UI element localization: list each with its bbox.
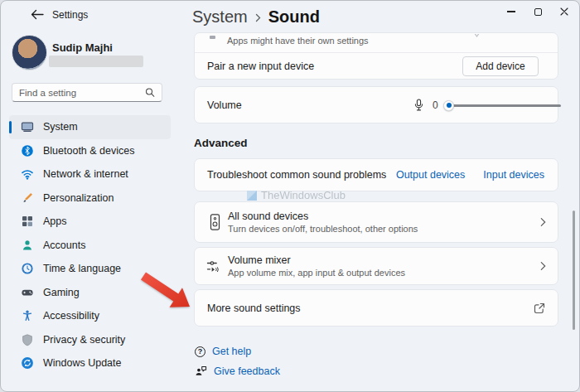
- get-help-label: Get help: [212, 346, 251, 357]
- chevron-right-icon: [540, 217, 546, 227]
- sidebar-item-apps[interactable]: Apps: [9, 210, 171, 234]
- row-title: Volume mixer: [228, 254, 405, 266]
- output-devices-link[interactable]: Output devices: [396, 169, 465, 181]
- settings-window: Settings Sudip Majhi System Bluetooth & …: [0, 0, 580, 392]
- microphone-icon: [413, 98, 426, 113]
- user-email-blurred: [49, 56, 143, 67]
- selected-accent-bar: [9, 121, 12, 133]
- volume-card: Volume 0: [194, 86, 558, 123]
- watermark-text: TheWindowsClub: [261, 189, 346, 201]
- avatar[interactable]: [12, 35, 47, 70]
- pair-device-label: Pair a new input device: [207, 60, 314, 72]
- search-input[interactable]: [19, 88, 145, 98]
- search-icon: [145, 87, 155, 98]
- watermark: TheWindowsClub: [247, 189, 346, 201]
- sidebar-item-system[interactable]: System: [9, 115, 171, 139]
- sidebar-item-accessibility[interactable]: Accessibility: [9, 304, 171, 328]
- search-box[interactable]: [12, 83, 162, 102]
- maximize-icon: [534, 8, 542, 16]
- volume-label: Volume: [207, 99, 242, 111]
- sidebar-item-gaming[interactable]: Gaming: [9, 281, 171, 305]
- personalization-icon: [21, 191, 34, 205]
- input-devices-card: Apps might have their own settings Pair …: [194, 32, 558, 80]
- page-title: Sound: [268, 7, 320, 27]
- thewindowsclub-logo-icon: [247, 191, 257, 201]
- apps-icon: [21, 215, 34, 228]
- sidebar-item-label: Network & internet: [43, 168, 128, 180]
- input-devices-link[interactable]: Input devices: [483, 169, 544, 181]
- volume-mixer-row[interactable]: Volume mixer App volume mix, app input &…: [194, 247, 558, 285]
- windows-update-icon: [21, 356, 34, 370]
- app-title: Settings: [52, 9, 88, 21]
- sidebar-item-label: Gaming: [43, 287, 80, 298]
- sidebar-item-personalization[interactable]: Personalization: [9, 186, 171, 211]
- clipped-chevron-down-icon: [473, 34, 481, 38]
- troubleshoot-label: Troubleshoot common sound problems: [207, 169, 386, 181]
- external-link-icon: [534, 302, 545, 314]
- volume-slider[interactable]: [443, 97, 561, 114]
- more-sound-settings-row[interactable]: More sound settings: [194, 289, 558, 327]
- breadcrumb-parent[interactable]: System: [192, 7, 248, 27]
- slider-thumb[interactable]: [443, 100, 454, 111]
- accounts-icon: [21, 239, 34, 252]
- row-divider: [195, 52, 558, 53]
- row-title: All sound devices: [228, 211, 418, 222]
- gaming-icon: [21, 286, 34, 299]
- give-feedback-link[interactable]: Give feedback: [195, 365, 280, 377]
- clipped-icon-remnant: [210, 36, 215, 39]
- troubleshoot-card: Troubleshoot common sound problems Outpu…: [194, 158, 558, 191]
- user-name: Sudip Majhi: [52, 41, 113, 54]
- close-icon: [560, 7, 568, 16]
- volume-mixer-icon: [205, 259, 224, 273]
- breadcrumb-separator-icon: [255, 13, 261, 22]
- sidebar-nav: System Bluetooth & devices Network & int…: [1, 115, 194, 375]
- breadcrumb: System Sound: [192, 7, 320, 27]
- bluetooth-icon: [21, 144, 34, 157]
- speaker-device-icon: [205, 213, 224, 231]
- sidebar-item-label: Time & language: [43, 263, 121, 274]
- system-icon: [21, 120, 34, 133]
- close-button[interactable]: [551, 1, 578, 22]
- window-controls: [498, 1, 578, 22]
- back-button[interactable]: [31, 8, 46, 22]
- time-language-icon: [21, 262, 34, 275]
- give-feedback-label: Give feedback: [214, 365, 280, 377]
- sidebar-item-label: Personalization: [43, 192, 114, 204]
- sidebar-item-label: Accounts: [43, 240, 85, 251]
- add-device-button[interactable]: Add device: [462, 56, 539, 76]
- get-help-icon: ?: [195, 346, 205, 357]
- slider-track[interactable]: [451, 104, 561, 108]
- sidebar-item-label: System: [43, 121, 78, 133]
- sidebar-item-label: Accessibility: [43, 310, 99, 322]
- sidebar-item-label: Apps: [43, 215, 67, 227]
- clipped-row-subtitle: Apps might have their own settings: [227, 36, 369, 46]
- minimize-icon: [507, 11, 515, 12]
- more-sound-settings-label: More sound settings: [207, 302, 301, 314]
- vertical-scrollbar-thumb[interactable]: [573, 211, 575, 330]
- maximize-button[interactable]: [524, 1, 551, 22]
- sidebar-item-bluetooth-devices[interactable]: Bluetooth & devices: [9, 139, 171, 163]
- sidebar-item-time-language[interactable]: Time & language: [9, 257, 171, 281]
- accessibility-icon: [21, 309, 34, 322]
- network-icon: [21, 167, 34, 181]
- privacy-icon: [21, 333, 34, 346]
- sidebar-item-accounts[interactable]: Accounts: [9, 234, 171, 258]
- all-sound-devices-row[interactable]: All sound devices Turn devices on/off, t…: [194, 201, 558, 243]
- feedback-icon: [195, 365, 207, 377]
- row-subtitle: Turn devices on/off, troubleshoot, other…: [228, 224, 418, 234]
- row-subtitle: App volume mix, app input & output devic…: [228, 268, 405, 278]
- sidebar-item-label: Privacy & security: [43, 334, 125, 346]
- get-help-link[interactable]: ? Get help: [195, 346, 251, 357]
- sidebar-item-label: Windows Update: [43, 357, 122, 369]
- sidebar-item-windows-update[interactable]: Windows Update: [9, 351, 171, 375]
- sidebar-item-network-internet[interactable]: Network & internet: [9, 162, 171, 186]
- volume-value: 0: [433, 99, 438, 111]
- sidebar-item-label: Bluetooth & devices: [43, 145, 135, 157]
- sidebar-item-privacy-security[interactable]: Privacy & security: [9, 328, 171, 352]
- advanced-heading: Advanced: [194, 137, 248, 149]
- chevron-right-icon: [540, 261, 546, 271]
- minimize-button[interactable]: [498, 1, 524, 22]
